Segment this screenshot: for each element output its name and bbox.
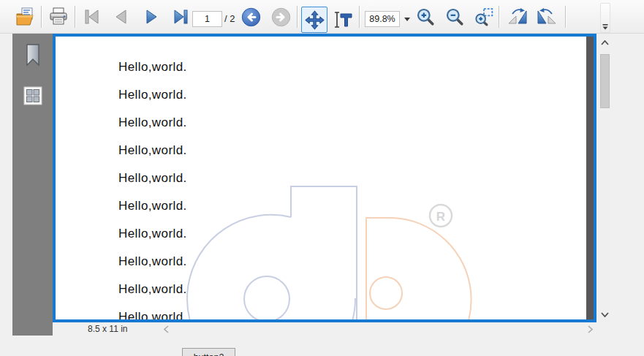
toolbar-separator (75, 6, 76, 28)
zoom-dropdown-button[interactable] (403, 12, 412, 26)
previous-page-button[interactable] (109, 4, 134, 29)
chevron-down-icon (601, 312, 609, 317)
navigate-forward-button[interactable] (270, 4, 292, 29)
page-number-input[interactable] (192, 11, 222, 27)
pan-tool-button[interactable] (301, 7, 327, 33)
button2[interactable]: button2 (182, 348, 235, 356)
toolbar-separator (297, 6, 298, 28)
print-button[interactable] (46, 4, 71, 29)
thumbnails-panel-button[interactable] (23, 86, 43, 106)
chevron-left-icon (164, 325, 169, 333)
next-page-icon (143, 8, 160, 26)
last-page-icon (172, 8, 189, 26)
document-text-line: Hello,world. (118, 310, 187, 319)
vertical-scrollbar[interactable] (599, 34, 610, 322)
toolbar-overflow-icon (602, 24, 608, 30)
document-text-line: Hello,world. (118, 88, 187, 102)
rotate-clockwise-button[interactable] (505, 4, 530, 29)
zoom-level-input[interactable] (365, 11, 400, 27)
text-select-tool-button[interactable] (330, 7, 357, 33)
rotate-counterclockwise-button[interactable] (534, 4, 559, 29)
toolbar-overflow-button[interactable] (600, 3, 610, 33)
document-text-line: Hello,world. (118, 115, 187, 130)
last-page-button[interactable] (168, 4, 193, 29)
registered-mark-letter: R (436, 210, 445, 224)
zoom-dropdown-caret-icon (404, 18, 410, 21)
pdf-page[interactable]: R Hello,world. Hello,world. Hello,world.… (56, 37, 586, 319)
document-text-line: Hello,world. (118, 171, 187, 186)
toolbar-separator (499, 6, 500, 28)
text-select-tool-icon (334, 10, 353, 29)
document-text-line: Hello,world. (118, 282, 187, 297)
document-text-line: Hello,world. (118, 227, 187, 241)
rotate-counterclockwise-icon (536, 7, 558, 26)
navigate-back-icon (241, 7, 261, 27)
page-size-label: 8.5 x 11 in (88, 324, 127, 334)
first-page-icon (83, 8, 101, 26)
chevron-right-icon (588, 325, 593, 333)
toolbar-separator (41, 6, 42, 28)
print-icon (48, 7, 69, 26)
document-text-line: Hello,world. (118, 199, 187, 213)
toolbar-separator (565, 6, 567, 28)
scroll-up-button[interactable] (599, 37, 610, 48)
open-file-icon (15, 7, 36, 26)
page-count-label: / 2 (224, 11, 235, 27)
rotate-clockwise-icon (507, 7, 529, 26)
document-text-line: Hello,world. (118, 254, 187, 269)
zoom-in-button[interactable] (413, 4, 438, 29)
first-page-button[interactable] (80, 4, 105, 29)
navigation-sidebar (12, 34, 53, 336)
bookmarks-icon (25, 44, 41, 67)
zoom-out-button[interactable] (442, 4, 467, 29)
chevron-up-icon (601, 40, 609, 45)
status-bar: 8.5 x 11 in (53, 322, 596, 336)
document-text-line: Hello,world. (118, 143, 187, 158)
pan-tool-icon (305, 10, 325, 30)
thumbnails-icon (23, 86, 42, 105)
zoom-rectangle-icon (474, 7, 493, 26)
next-page-button[interactable] (139, 4, 164, 29)
scroll-left-button[interactable] (161, 324, 171, 335)
zoom-in-icon (416, 7, 435, 26)
pdf-viewer[interactable]: R Hello,world. Hello,world. Hello,world.… (53, 34, 596, 322)
navigate-back-button[interactable] (240, 4, 262, 29)
toolbar-separator (359, 6, 360, 28)
zoom-out-icon (445, 7, 464, 26)
previous-page-icon (113, 8, 130, 26)
scroll-down-button[interactable] (599, 308, 610, 320)
zoom-rectangle-button[interactable] (471, 4, 496, 29)
open-file-button[interactable] (13, 4, 38, 29)
scroll-right-button[interactable] (585, 324, 595, 335)
bookmarks-panel-button[interactable] (23, 43, 42, 68)
document-text-line: Hello,world. (118, 60, 187, 75)
toolbar: / 2 (0, 0, 644, 34)
vertical-scrollbar-thumb[interactable] (600, 54, 610, 108)
navigate-forward-icon (271, 7, 291, 27)
